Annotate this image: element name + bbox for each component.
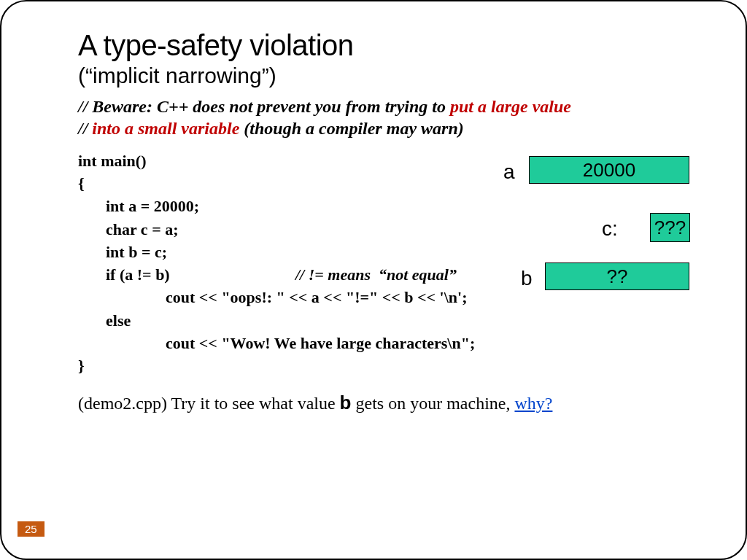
code-line: } [78,357,85,375]
why-link[interactable]: why? [514,394,552,413]
code-line: int main() [78,152,147,170]
comment-line1-emphasis: put a large value [450,97,571,116]
slide-frame: A type-safety violation (“implicit narro… [0,0,747,560]
code-if: if (a != b) [106,263,295,286]
code-line: { [78,174,85,192]
code-comment: // Beware: C++ does not prevent you from… [78,96,702,139]
diagram-label-c: c: [602,217,618,241]
code-line: int a = 20000; [78,195,702,217]
comment-line2-suffix: (though a compiler may warn) [239,119,463,138]
code-line: int b = c; [78,241,702,263]
note-post: gets on your machine, [352,394,515,413]
diagram-box-a: 20000 [529,156,689,184]
diagram-label-b: b [521,267,533,290]
diagram-label-a: a [503,160,515,184]
note-variable: b [340,392,352,413]
page-number: 25 [18,521,44,537]
slide-subtitle: (“implicit narrowing”) [78,63,702,88]
comment-line2-emphasis: into a small variable [92,119,239,138]
comment-line2-prefix: // [78,119,92,138]
comment-line1-prefix: // Beware: C++ does not prevent you from… [78,97,450,116]
code-line: else [78,309,702,332]
code-line: cout << "Wow! We have large characters\n… [78,332,702,354]
footer-note: (demo2.cpp) Try it to see what value b g… [78,392,702,414]
slide-title: A type-safety violation [78,29,702,62]
diagram-box-c: ??? [650,213,690,242]
code-inline-comment: // != means “not equal” [295,265,457,284]
diagram-box-b: ?? [545,262,689,290]
note-pre: (demo2.cpp) Try it to see what value [78,394,340,413]
